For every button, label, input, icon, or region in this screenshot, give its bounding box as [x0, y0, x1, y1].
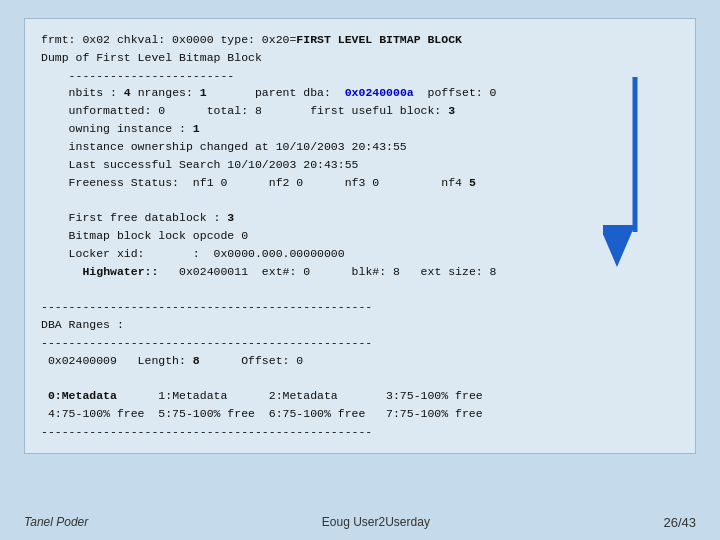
code-line-14: Highwater:: 0x02400011 ext#: 0 blk#: 8 e… [41, 263, 679, 281]
code-line-9: Freeness Status: nf1 0 nf2 0 nf3 0 nf4 5 [41, 174, 679, 192]
footer-page: 26/43 [663, 515, 696, 530]
code-line-4: nbits : 4 nranges: 1 parent dba: 0x02400… [41, 84, 679, 102]
separator-1: ----------------------------------------… [41, 298, 679, 316]
separator-2: ----------------------------------------… [41, 334, 679, 352]
code-line-20: 4:75-100% free 5:75-100% free 6:75-100% … [41, 405, 679, 423]
code-line-17: 0x02400009 Length: 8 Offset: 0 [41, 352, 679, 370]
code-line-16: DBA Ranges : [41, 316, 679, 334]
footer: Tanel Poder Eoug User2Userday 26/43 [0, 515, 720, 530]
code-line-12: Bitmap block lock opcode 0 [41, 227, 679, 245]
code-line-7: instance ownership changed at 10/10/2003… [41, 138, 679, 156]
slide-container: frmt: 0x02 chkval: 0x0000 type: 0x20=FIR… [0, 0, 720, 540]
code-line-blank2 [41, 280, 679, 298]
code-line-blank3 [41, 369, 679, 387]
content-area: frmt: 0x02 chkval: 0x0000 type: 0x20=FIR… [24, 18, 696, 454]
code-line-5: unformatted: 0 total: 8 first useful blo… [41, 102, 679, 120]
code-line-blank1 [41, 191, 679, 209]
code-line-19: 0:Metadata 1:Metadata 2:Metadata 3:75-10… [41, 387, 679, 405]
footer-author: Tanel Poder [24, 515, 88, 530]
code-line-8: Last successful Search 10/10/2003 20:43:… [41, 156, 679, 174]
code-line-11: First free datablock : 3 [41, 209, 679, 227]
code-line-1: frmt: 0x02 chkval: 0x0000 type: 0x20=FIR… [41, 31, 679, 49]
code-line-13: Locker xid: : 0x0000.000.00000000 [41, 245, 679, 263]
svg-marker-1 [603, 225, 635, 267]
code-line-3: ------------------------ [41, 67, 679, 85]
code-line-2: Dump of First Level Bitmap Block [41, 49, 679, 67]
footer-title: Eoug User2Userday [322, 515, 430, 530]
code-line-6: owning instance : 1 [41, 120, 679, 138]
separator-3: ----------------------------------------… [41, 423, 679, 441]
arrow-icon [603, 77, 647, 277]
